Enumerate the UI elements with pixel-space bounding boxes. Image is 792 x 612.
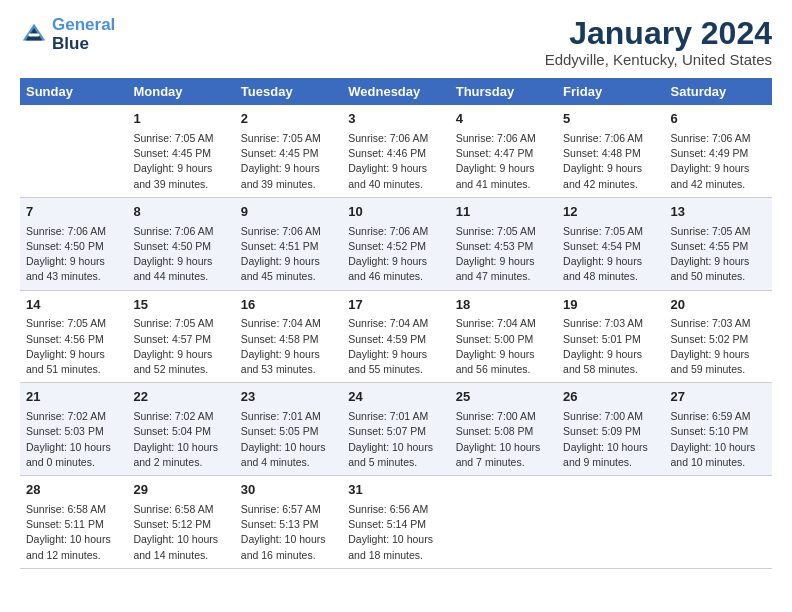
cell-line: Sunset: 4:54 PM xyxy=(563,239,658,254)
cell-line: Daylight: 9 hours xyxy=(241,254,336,269)
cell-line: Sunrise: 7:06 AM xyxy=(241,224,336,239)
cell-line: and 58 minutes. xyxy=(563,362,658,377)
calendar-cell: 26Sunrise: 7:00 AMSunset: 5:09 PMDayligh… xyxy=(557,383,664,476)
day-number: 16 xyxy=(241,296,336,315)
calendar-cell: 10Sunrise: 7:06 AMSunset: 4:52 PMDayligh… xyxy=(342,197,449,290)
cell-line: Sunset: 5:10 PM xyxy=(671,424,766,439)
cell-line: Sunset: 5:05 PM xyxy=(241,424,336,439)
cell-line: Sunset: 4:46 PM xyxy=(348,146,443,161)
calendar-cell: 24Sunrise: 7:01 AMSunset: 5:07 PMDayligh… xyxy=(342,383,449,476)
day-number: 24 xyxy=(348,388,443,407)
calendar-table: SundayMondayTuesdayWednesdayThursdayFrid… xyxy=(20,78,772,569)
cell-line: Daylight: 9 hours xyxy=(563,347,658,362)
calendar-cell xyxy=(450,476,557,569)
cell-line: Sunrise: 6:57 AM xyxy=(241,502,336,517)
col-header-friday: Friday xyxy=(557,78,664,105)
day-number: 17 xyxy=(348,296,443,315)
cell-line: Sunset: 4:48 PM xyxy=(563,146,658,161)
day-number: 31 xyxy=(348,481,443,500)
cell-line: Sunset: 5:14 PM xyxy=(348,517,443,532)
cell-line: Daylight: 10 hours xyxy=(133,532,228,547)
cell-line: Daylight: 10 hours xyxy=(241,440,336,455)
day-number: 29 xyxy=(133,481,228,500)
cell-line: Sunset: 4:58 PM xyxy=(241,332,336,347)
cell-line: Sunset: 4:51 PM xyxy=(241,239,336,254)
calendar-cell: 22Sunrise: 7:02 AMSunset: 5:04 PMDayligh… xyxy=(127,383,234,476)
cell-line: Sunrise: 7:00 AM xyxy=(456,409,551,424)
cell-line: and 51 minutes. xyxy=(26,362,121,377)
cell-line: Daylight: 10 hours xyxy=(26,440,121,455)
cell-line: and 48 minutes. xyxy=(563,269,658,284)
cell-line: Sunset: 4:47 PM xyxy=(456,146,551,161)
calendar-row-3: 21Sunrise: 7:02 AMSunset: 5:03 PMDayligh… xyxy=(20,383,772,476)
cell-line: and 7 minutes. xyxy=(456,455,551,470)
cell-line: Sunrise: 6:58 AM xyxy=(133,502,228,517)
cell-line: Sunrise: 7:06 AM xyxy=(563,131,658,146)
cell-line: Sunset: 5:00 PM xyxy=(456,332,551,347)
cell-line: Daylight: 9 hours xyxy=(671,161,766,176)
col-header-thursday: Thursday xyxy=(450,78,557,105)
cell-line: Sunset: 4:45 PM xyxy=(133,146,228,161)
cell-line: Daylight: 9 hours xyxy=(563,254,658,269)
cell-line: and 41 minutes. xyxy=(456,177,551,192)
cell-line: Daylight: 10 hours xyxy=(563,440,658,455)
calendar-cell: 25Sunrise: 7:00 AMSunset: 5:08 PMDayligh… xyxy=(450,383,557,476)
day-number: 19 xyxy=(563,296,658,315)
cell-line: Sunrise: 7:01 AM xyxy=(348,409,443,424)
cell-line: Daylight: 10 hours xyxy=(133,440,228,455)
cell-line: Sunrise: 7:05 AM xyxy=(563,224,658,239)
cell-line: Sunrise: 7:00 AM xyxy=(563,409,658,424)
cell-line: Sunrise: 7:06 AM xyxy=(348,131,443,146)
calendar-cell: 23Sunrise: 7:01 AMSunset: 5:05 PMDayligh… xyxy=(235,383,342,476)
day-number: 28 xyxy=(26,481,121,500)
cell-line: Sunset: 5:02 PM xyxy=(671,332,766,347)
cell-line: Sunset: 5:08 PM xyxy=(456,424,551,439)
cell-line: Sunrise: 7:05 AM xyxy=(241,131,336,146)
day-number: 25 xyxy=(456,388,551,407)
cell-line: Daylight: 9 hours xyxy=(348,161,443,176)
cell-line: Sunrise: 7:06 AM xyxy=(671,131,766,146)
logo-text: General Blue xyxy=(52,16,115,53)
cell-line: Sunrise: 7:05 AM xyxy=(456,224,551,239)
cell-line: and 0 minutes. xyxy=(26,455,121,470)
day-number: 21 xyxy=(26,388,121,407)
calendar-cell xyxy=(20,105,127,197)
calendar-cell: 14Sunrise: 7:05 AMSunset: 4:56 PMDayligh… xyxy=(20,290,127,383)
cell-line: Daylight: 10 hours xyxy=(241,532,336,547)
cell-line: and 55 minutes. xyxy=(348,362,443,377)
cell-line: Sunset: 4:55 PM xyxy=(671,239,766,254)
cell-line: Sunrise: 7:06 AM xyxy=(456,131,551,146)
calendar-cell: 31Sunrise: 6:56 AMSunset: 5:14 PMDayligh… xyxy=(342,476,449,569)
cell-line: and 10 minutes. xyxy=(671,455,766,470)
day-number: 18 xyxy=(456,296,551,315)
day-number: 8 xyxy=(133,203,228,222)
cell-line: Sunrise: 7:02 AM xyxy=(133,409,228,424)
cell-line: Sunrise: 7:04 AM xyxy=(456,316,551,331)
logo-general: General xyxy=(52,15,115,34)
cell-line: Daylight: 10 hours xyxy=(348,440,443,455)
cell-line: and 9 minutes. xyxy=(563,455,658,470)
day-number: 12 xyxy=(563,203,658,222)
cell-line: and 39 minutes. xyxy=(241,177,336,192)
cell-line: Sunrise: 7:05 AM xyxy=(26,316,121,331)
calendar-row-0: 1Sunrise: 7:05 AMSunset: 4:45 PMDaylight… xyxy=(20,105,772,197)
cell-line: Daylight: 10 hours xyxy=(26,532,121,547)
cell-line: Sunrise: 7:06 AM xyxy=(348,224,443,239)
cell-line: Daylight: 9 hours xyxy=(133,254,228,269)
cell-line: Sunset: 4:49 PM xyxy=(671,146,766,161)
calendar-cell xyxy=(665,476,772,569)
calendar-cell: 2Sunrise: 7:05 AMSunset: 4:45 PMDaylight… xyxy=(235,105,342,197)
day-number: 22 xyxy=(133,388,228,407)
cell-line: Daylight: 9 hours xyxy=(348,347,443,362)
cell-line: Daylight: 9 hours xyxy=(348,254,443,269)
calendar-cell: 6Sunrise: 7:06 AMSunset: 4:49 PMDaylight… xyxy=(665,105,772,197)
calendar-cell: 9Sunrise: 7:06 AMSunset: 4:51 PMDaylight… xyxy=(235,197,342,290)
cell-line: and 53 minutes. xyxy=(241,362,336,377)
day-number: 2 xyxy=(241,110,336,129)
cell-line: Sunrise: 7:06 AM xyxy=(133,224,228,239)
day-number: 4 xyxy=(456,110,551,129)
cell-line: Sunrise: 7:03 AM xyxy=(671,316,766,331)
day-number: 13 xyxy=(671,203,766,222)
calendar-cell: 3Sunrise: 7:06 AMSunset: 4:46 PMDaylight… xyxy=(342,105,449,197)
calendar-row-1: 7Sunrise: 7:06 AMSunset: 4:50 PMDaylight… xyxy=(20,197,772,290)
